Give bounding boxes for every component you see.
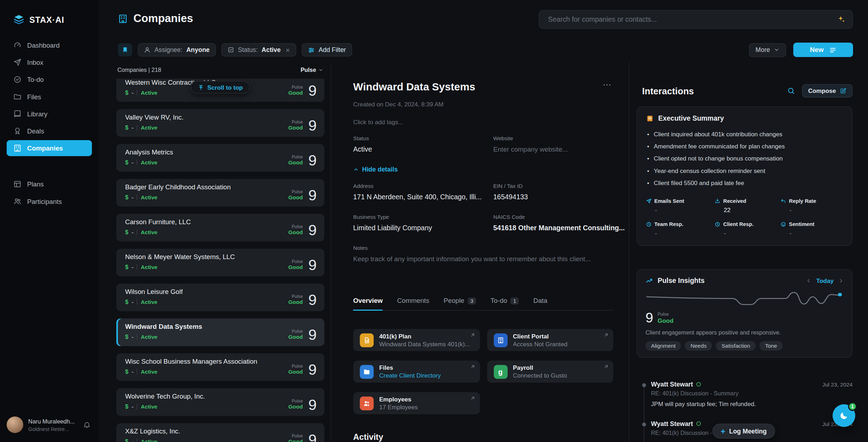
status-badge: Active: [141, 264, 158, 270]
user-profile[interactable]: Naru Muraleedh... Goldnest Retire...: [0, 410, 99, 442]
plan-card[interactable]: 401(k) Plan Windward Data Systems 401(k)…: [353, 329, 480, 351]
naics-value[interactable]: 541618 Other Management Consulting...: [493, 224, 632, 232]
sliders-icon: [308, 46, 315, 53]
company-info: Wisc School Business Managers Associatio…: [125, 358, 258, 381]
files-card[interactable]: Files Create Client Directory: [353, 361, 480, 383]
sidebar-item-inbox[interactable]: Inbox: [7, 54, 92, 70]
status-badge: Active: [141, 404, 158, 410]
employees-card[interactable]: Employees 17 Employees: [353, 392, 480, 414]
list-item[interactable]: Nelson & Meyer Water Systems, LLC $-Acti…: [116, 249, 324, 277]
chip-needs[interactable]: Needs: [685, 341, 712, 350]
status-badge: Active: [141, 194, 158, 200]
tags-input[interactable]: Click to add tags...: [353, 119, 403, 125]
remove-filter-icon[interactable]: ×: [286, 46, 290, 54]
summary-bullet: Amendment fee communicated for plan chan…: [646, 140, 843, 152]
log-meeting-button[interactable]: + Log Meeting: [713, 423, 775, 438]
summary-bullet: Client inquired about 401k contribution …: [646, 128, 843, 140]
overflow-menu-icon[interactable]: ⋯: [603, 80, 612, 90]
chevron-left-icon[interactable]: [806, 278, 812, 284]
compose-button[interactable]: Compose: [802, 84, 853, 98]
status-badge: Active: [141, 229, 158, 235]
scroll-to-top-label: Scroll to top: [207, 84, 243, 91]
website-input[interactable]: Enter company website...: [493, 146, 632, 153]
sidebar-item-todo[interactable]: To-do: [7, 72, 92, 88]
search-input[interactable]: [548, 16, 837, 23]
add-filter-button[interactable]: Add Filter: [302, 43, 352, 56]
interactions-panel: Interactions Compose Executive Summary: [629, 62, 868, 442]
pulse-score: 9: [308, 153, 317, 168]
status-badge: Active: [141, 369, 158, 375]
tab-comments[interactable]: Comments: [397, 297, 429, 310]
table-icon: [13, 180, 21, 188]
ai-sparkle-icon[interactable]: [837, 15, 846, 24]
folder-icon: [13, 93, 21, 101]
business-type-value[interactable]: Limited Liability Company: [353, 224, 492, 232]
create-directory-link[interactable]: Create Client Directory: [379, 372, 441, 379]
app-root: STAX·AI Dashboard Inbox To-do Files Libr…: [0, 0, 868, 442]
sidebar-item-plans[interactable]: Plans: [7, 176, 92, 192]
tab-badge: 1: [510, 297, 519, 304]
send-icon: [646, 198, 652, 204]
chevron-up-icon: [353, 167, 359, 172]
sidebar-item-companies[interactable]: Companies: [7, 140, 92, 156]
status-value: Active: [261, 47, 281, 53]
list-item[interactable]: Carson Furniture, LLC $-Active PulseGood…: [116, 214, 324, 242]
pulse-insights-title: Pulse Insights: [645, 277, 704, 285]
list-item[interactable]: Analysis Metrics $-Active PulseGood9: [116, 144, 324, 172]
assignee-filter-chip[interactable]: Assignee: Anyone: [138, 43, 216, 56]
chevron-right-icon[interactable]: [838, 278, 844, 284]
saved-views-button[interactable]: [118, 43, 132, 56]
tab-data[interactable]: Data: [533, 297, 547, 310]
search-icon[interactable]: [787, 87, 795, 95]
status-value[interactable]: Active: [353, 146, 492, 153]
notes-input[interactable]: Keep track of any important information …: [353, 255, 612, 263]
global-search: [539, 10, 853, 29]
status-filter-chip[interactable]: Status: Active ×: [221, 43, 296, 56]
company-info: Wolverine Tech Group, Inc. $-Active: [125, 393, 205, 416]
files-icon: [360, 365, 374, 379]
payroll-card[interactable]: g Payroll Connected to Gusto: [487, 361, 614, 383]
tab-todo[interactable]: To-do1: [491, 297, 519, 310]
address-value[interactable]: 171 N Aberdeen, Suite 400, Chicago, Illi…: [353, 193, 492, 201]
list-item[interactable]: X&Z Logistics, Inc. $-Active PulseGood9: [116, 423, 324, 442]
hide-details-toggle[interactable]: Hide details: [353, 166, 398, 173]
more-button[interactable]: More: [749, 43, 786, 57]
person-icon: [144, 47, 151, 53]
external-link-icon: [470, 395, 475, 401]
list-item[interactable]: Valley View RV, Inc. $-Active PulseGood9: [116, 109, 324, 137]
assistant-fab-button[interactable]: 1: [832, 404, 855, 427]
chip-tone[interactable]: Tone: [760, 341, 783, 350]
list-item[interactable]: Wisc School Business Managers Associatio…: [116, 353, 324, 381]
tab-overview[interactable]: Overview: [353, 297, 383, 310]
stat-emails-sent: Emails Sent -: [646, 198, 711, 214]
chevron-down-icon: [318, 67, 323, 72]
bell-icon[interactable]: [83, 421, 91, 429]
tab-people[interactable]: People3: [444, 297, 476, 310]
stat-client-resp: Client Resp. -: [715, 221, 778, 237]
pulse-score: 9: [308, 223, 317, 238]
scroll-to-top-button[interactable]: Scroll to top: [191, 81, 250, 94]
sidebar-item-library[interactable]: Library: [7, 106, 92, 122]
sort-control[interactable]: Pulse: [301, 67, 323, 73]
pulse-insights-card: Pulse Insights Today 9: [637, 269, 853, 357]
list-item[interactable]: Badger Early Childhood Association $-Act…: [116, 179, 324, 207]
chip-alignment[interactable]: Alignment: [645, 341, 681, 350]
sidebar-item-deals[interactable]: Deals: [7, 123, 92, 139]
client-portal-card[interactable]: Client Portal Access Not Granted: [487, 329, 614, 351]
sidebar-item-files[interactable]: Files: [7, 89, 92, 105]
chip-satisfaction[interactable]: Satisfaction: [716, 341, 756, 350]
new-button[interactable]: New: [793, 43, 853, 57]
today-nav-label[interactable]: Today: [816, 278, 833, 284]
ein-value[interactable]: 165494133: [493, 193, 632, 201]
list-item-selected[interactable]: Windward Data Systems $-Active PulseGood…: [116, 319, 324, 346]
feed-item[interactable]: Wyatt Stewart Jul 23, 2024 RE: 401(k) Di…: [642, 381, 852, 407]
check-circle-icon: [13, 75, 21, 84]
pulse-score: 9: [308, 362, 317, 377]
list-item[interactable]: Wilson Leisure Golf $-Active PulseGood9: [116, 284, 324, 311]
list-count: Companies | 218: [117, 67, 161, 73]
list-item[interactable]: Wolverine Tech Group, Inc. $-Active Puls…: [116, 388, 324, 416]
companies-list-panel: Companies | 218 Pulse Scroll to top West…: [116, 62, 324, 442]
sidebar-item-participants[interactable]: Participants: [7, 193, 92, 209]
sidebar-item-dashboard[interactable]: Dashboard: [7, 37, 92, 53]
field-status: Status Active: [353, 135, 492, 153]
